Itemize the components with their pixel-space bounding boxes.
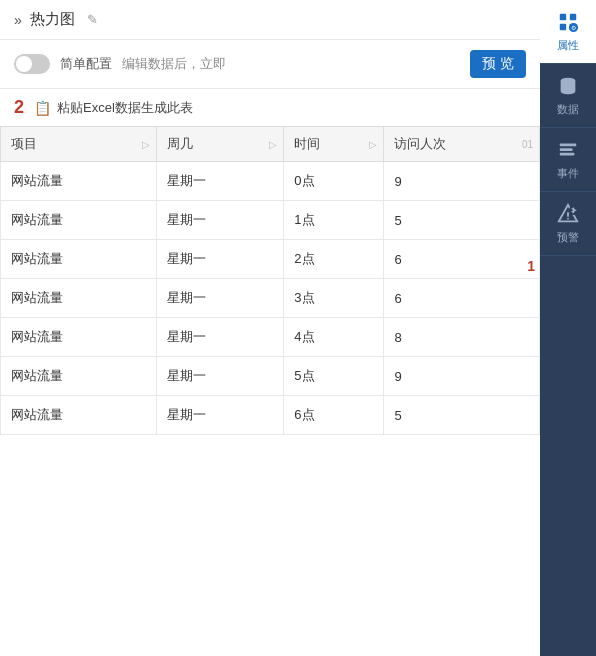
table-cell[interactable]: 9 [384, 162, 540, 201]
sort-icon-time: ▷ [369, 139, 377, 150]
toggle-label: 简单配置 [60, 55, 112, 73]
paste-hint-row: 2 📋 粘贴Excel数据生成此表 [0, 89, 540, 126]
table-cell[interactable]: 星期一 [156, 162, 284, 201]
table-cell[interactable]: 星期一 [156, 240, 284, 279]
toolbar: 简单配置 编辑数据后，立即 预 览 [0, 40, 540, 89]
table-row: 网站流量星期一6点5 [1, 396, 540, 435]
table-cell[interactable]: 网站流量 [1, 162, 157, 201]
table-cell[interactable]: 5点 [284, 357, 384, 396]
table-cell[interactable]: 网站流量 [1, 279, 157, 318]
data-table: 项目 ▷ 周几 ▷ 时间 ▷ 访问人次 01 [0, 126, 540, 435]
properties-icon: ⚙ [556, 10, 580, 34]
data-icon [556, 74, 580, 98]
table-cell[interactable]: 5 [384, 396, 540, 435]
paste-hint-text: 粘贴Excel数据生成此表 [57, 99, 193, 117]
simple-config-toggle[interactable] [14, 54, 50, 74]
data-table-wrapper: 项目 ▷ 周几 ▷ 时间 ▷ 访问人次 01 [0, 126, 540, 656]
svg-rect-7 [560, 144, 577, 147]
table-cell[interactable]: 6 [384, 279, 540, 318]
col-header-item[interactable]: 项目 ▷ [1, 127, 157, 162]
table-cell[interactable]: 6点 [284, 396, 384, 435]
svg-rect-8 [560, 148, 573, 151]
paste-step-number: 2 [14, 97, 24, 118]
event-icon [556, 138, 580, 162]
sidebar-label-event: 事件 [557, 166, 579, 181]
table-row: 网站流量星期一5点9 [1, 357, 540, 396]
alert-icon [556, 202, 580, 226]
table-cell[interactable]: 网站流量 [1, 240, 157, 279]
edit-icon[interactable]: ✎ [87, 12, 98, 27]
sidebar-label-properties: 属性 [557, 38, 579, 53]
main-content: » 热力图 ✎ 简单配置 编辑数据后，立即 预 览 2 📋 粘贴Excel数据生… [0, 0, 540, 656]
svg-rect-2 [560, 24, 566, 30]
svg-point-13 [567, 218, 569, 220]
table-cell[interactable]: 星期一 [156, 279, 284, 318]
table-cell[interactable]: 61 [384, 240, 540, 279]
sidebar-item-data[interactable]: 数据 [540, 64, 596, 128]
table-cell[interactable]: 星期一 [156, 357, 284, 396]
breadcrumb-chevron[interactable]: » [14, 12, 22, 28]
svg-rect-0 [560, 14, 566, 20]
table-row: 网站流量星期一1点5 [1, 201, 540, 240]
table-header-row: 项目 ▷ 周几 ▷ 时间 ▷ 访问人次 01 [1, 127, 540, 162]
table-cell[interactable]: 星期一 [156, 201, 284, 240]
sidebar-label-data: 数据 [557, 102, 579, 117]
right-sidebar: ⚙ 属性 数据 事件 [540, 0, 596, 656]
svg-rect-9 [560, 153, 575, 156]
paste-icon: 📋 [34, 100, 51, 116]
svg-rect-1 [570, 14, 576, 20]
table-cell[interactable]: 1点 [284, 201, 384, 240]
sort-icon-weekday: ▷ [269, 139, 277, 150]
table-cell[interactable]: 网站流量 [1, 318, 157, 357]
table-cell[interactable]: 网站流量 [1, 357, 157, 396]
table-row: 网站流量星期一3点6 [1, 279, 540, 318]
sidebar-item-event[interactable]: 事件 [540, 128, 596, 192]
page-title: 热力图 [30, 10, 75, 29]
table-cell[interactable]: 9 [384, 357, 540, 396]
svg-text:⚙: ⚙ [571, 24, 576, 31]
col-header-weekday[interactable]: 周几 ▷ [156, 127, 284, 162]
table-cell[interactable]: 0点 [284, 162, 384, 201]
preview-button[interactable]: 预 览 [470, 50, 526, 78]
table-cell[interactable]: 2点 [284, 240, 384, 279]
table-cell[interactable]: 星期一 [156, 396, 284, 435]
header: » 热力图 ✎ [0, 0, 540, 40]
sidebar-label-alert: 预警 [557, 230, 579, 245]
sort-icon-item: ▷ [142, 139, 150, 150]
table-row: 网站流量星期一0点9 [1, 162, 540, 201]
table-cell[interactable]: 网站流量 [1, 396, 157, 435]
row-badge: 1 [527, 258, 535, 274]
table-cell[interactable]: 8 [384, 318, 540, 357]
table-cell[interactable]: 5 [384, 201, 540, 240]
table-row: 网站流量星期一2点61 [1, 240, 540, 279]
toolbar-hint: 编辑数据后，立即 [122, 55, 460, 73]
table-row: 网站流量星期一4点8 [1, 318, 540, 357]
col-header-time[interactable]: 时间 ▷ [284, 127, 384, 162]
sort-icon-visits: 01 [522, 139, 533, 150]
sidebar-item-properties[interactable]: ⚙ 属性 [540, 0, 596, 64]
table-cell[interactable]: 4点 [284, 318, 384, 357]
col-header-visits[interactable]: 访问人次 01 [384, 127, 540, 162]
table-cell[interactable]: 网站流量 [1, 201, 157, 240]
sidebar-item-alert[interactable]: 预警 [540, 192, 596, 256]
table-cell[interactable]: 3点 [284, 279, 384, 318]
table-cell[interactable]: 星期一 [156, 318, 284, 357]
